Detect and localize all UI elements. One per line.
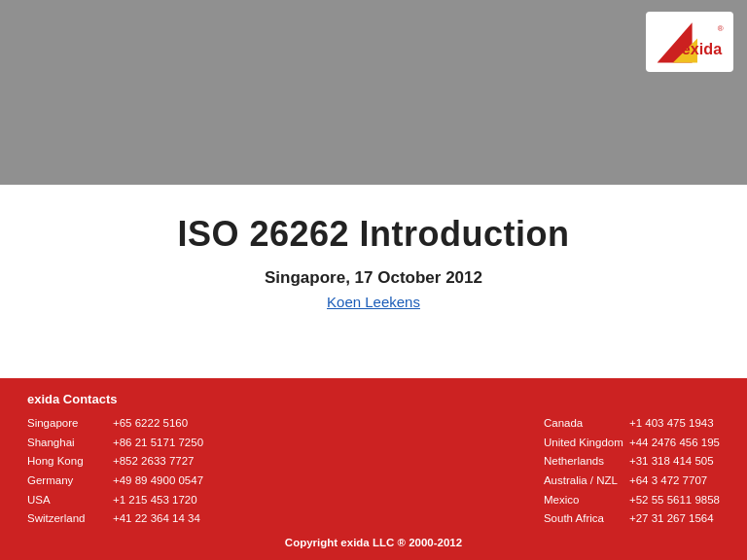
page-title: ISO 26262 Introduction: [0, 214, 747, 255]
contact-country: Australia / NZL: [544, 472, 629, 489]
contact-phone: +41 22 364 14 34: [113, 510, 200, 527]
top-banner: exida ®: [0, 0, 747, 185]
contact-phone: +52 55 5611 9858: [629, 492, 720, 508]
content-area: ISO 26262 Introduction Singapore, 17 Oct…: [0, 185, 747, 326]
list-item: Germany+49 89 4900 0547: [27, 472, 203, 489]
contact-phone: +44 2476 456 195: [629, 435, 720, 451]
contact-phone: +86 21 5171 7250: [113, 435, 203, 451]
contacts-left-column: Singapore+65 6222 5160Shanghai+86 21 517…: [27, 415, 203, 527]
contact-country: USA: [27, 492, 113, 508]
list-item: Mexico+52 55 5611 9858: [544, 492, 720, 508]
contact-country: Canada: [544, 415, 629, 432]
svg-text:®: ®: [718, 24, 724, 33]
contact-country: Switzerland: [27, 510, 113, 527]
list-item: Australia / NZL+64 3 472 7707: [544, 472, 720, 489]
contact-country: Singapore: [27, 415, 113, 432]
contact-phone: +31 318 414 505: [629, 453, 714, 470]
contact-country: South Africa: [544, 510, 629, 527]
list-item: Switzerland+41 22 364 14 34: [27, 510, 203, 527]
exida-logo: exida ®: [654, 18, 724, 66]
contacts-grid: Singapore+65 6222 5160Shanghai+86 21 517…: [27, 415, 720, 527]
contact-phone: +1 215 453 1720: [113, 492, 197, 508]
svg-text:exida: exida: [682, 40, 723, 57]
list-item: South Africa+27 31 267 1564: [544, 510, 720, 527]
contact-phone: +1 403 475 1943: [629, 415, 714, 432]
list-item: Hong Kong+852 2633 7727: [27, 453, 203, 470]
contact-country: Mexico: [544, 492, 629, 508]
presenter-link[interactable]: Koen Leekens: [327, 294, 420, 310]
contacts-right-column: Canada+1 403 475 1943United Kingdom+44 2…: [544, 415, 720, 527]
contact-country: Shanghai: [27, 435, 113, 451]
contacts-title: exida Contacts: [27, 392, 720, 406]
contact-country: Netherlands: [544, 453, 629, 470]
contact-phone: +64 3 472 7707: [629, 472, 707, 489]
list-item: Shanghai+86 21 5171 7250: [27, 435, 203, 451]
list-item: Netherlands+31 318 414 505: [544, 453, 720, 470]
contact-phone: +852 2633 7727: [113, 453, 194, 470]
contacts-bar: exida Contacts Singapore+65 6222 5160Sha…: [0, 378, 747, 560]
contact-phone: +65 6222 5160: [113, 415, 188, 432]
contact-country: United Kingdom: [544, 435, 629, 451]
list-item: United Kingdom+44 2476 456 195: [544, 435, 720, 451]
logo-container: exida ®: [646, 12, 733, 72]
list-item: Canada+1 403 475 1943: [544, 415, 720, 432]
list-item: USA+1 215 453 1720: [27, 492, 203, 508]
event-date: Singapore, 17 October 2012: [0, 268, 747, 288]
list-item: Singapore+65 6222 5160: [27, 415, 203, 432]
copyright: Copyright exida LLC ® 2000-2012: [27, 537, 720, 548]
contact-country: Hong Kong: [27, 453, 113, 470]
contact-phone: +27 31 267 1564: [629, 510, 714, 527]
contact-phone: +49 89 4900 0547: [113, 472, 203, 489]
contact-country: Germany: [27, 472, 113, 489]
